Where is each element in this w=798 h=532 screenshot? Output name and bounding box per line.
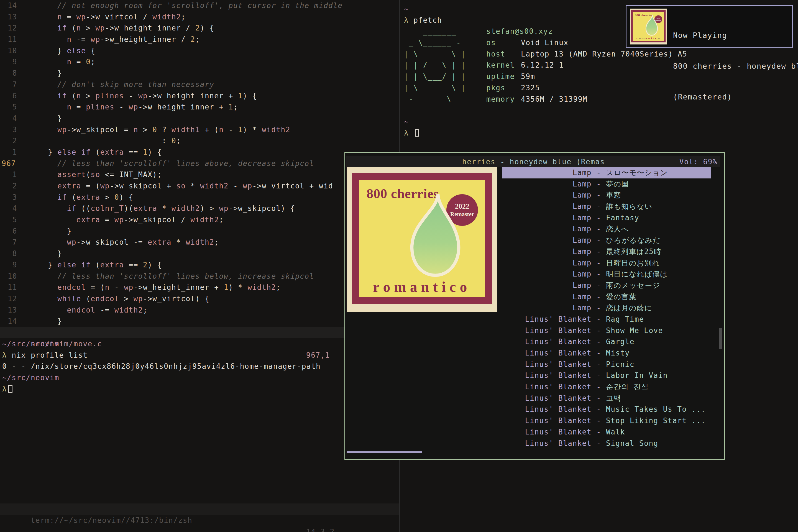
pfetch-ascii-art: -_______\: [404, 94, 486, 105]
playlist-row[interactable]: Lamp-最終列車は25時: [502, 246, 711, 258]
playlist-row[interactable]: Lamp-Fantasy: [502, 212, 711, 224]
code-line[interactable]: 7 wp->w_skipcol -= extra * width2;: [0, 236, 399, 248]
code-line[interactable]: 8 }: [0, 68, 399, 79]
code-line[interactable]: 6 if (n > plines - wp->w_height_inner + …: [0, 90, 399, 102]
playlist-row[interactable]: Linus' Blanket-Picnic: [502, 359, 711, 370]
code-line[interactable]: 10 } else {: [0, 45, 399, 57]
playlist-row[interactable]: Linus' Blanket-Stop Liking Start ...: [502, 415, 711, 426]
line-number: 3: [0, 124, 17, 135]
nvim-statusline-active[interactable]: src/nvim/move.c 967,1: [0, 327, 399, 338]
notification-text: Now Playing 800 cherries - honeydew blue…: [673, 10, 798, 122]
playlist-row[interactable]: Linus' Blanket-Rag Time: [502, 314, 711, 325]
playlist-title: Fantasy: [606, 212, 711, 224]
playlist-separator: -: [592, 201, 606, 212]
now-playing-notification[interactable]: 800 cherries 2022 Remaster romantico Now…: [626, 5, 793, 48]
code-line[interactable]: 3 wp->w_skipcol = n > 0 ? width1 + (n - …: [0, 124, 399, 135]
playlist-row[interactable]: Linus' Blanket-Signal Song: [502, 438, 711, 449]
player-titlebar[interactable]: [Playing] herries - honeydew blue (Remas…: [346, 156, 720, 167]
playlist-artist: Linus' Blanket: [502, 426, 592, 438]
playlist-artist: Linus' Blanket: [502, 359, 592, 370]
code-line[interactable]: 14 }: [0, 316, 399, 327]
pfetch-label: kernel: [486, 60, 521, 71]
code-line[interactable]: 5 extra = wp->w_skipcol / width2;: [0, 214, 399, 226]
playlist-title: Stop Liking Start ...: [606, 415, 711, 426]
playlist-separator: -: [592, 347, 606, 359]
code-line[interactable]: 10 // less than 'scrolloff' lines below,…: [0, 271, 399, 282]
nvim-statusline-inactive[interactable]: term://~/src/neovim//4713:/bin/zsh 14,3-…: [0, 504, 399, 515]
code-line[interactable]: 8 }: [0, 248, 399, 259]
volume-indicator: Vol: 69%: [679, 156, 717, 167]
playlist-title: 恋人へ: [606, 223, 711, 235]
playlist-row[interactable]: Linus' Blanket-Walk: [502, 426, 711, 438]
playlist-title: Walk: [606, 426, 711, 438]
code-line[interactable]: 1 } else if (extra == 1) {: [0, 147, 399, 158]
pfetch-ascii-art: | | \___/ | |: [404, 71, 486, 82]
playlist-row[interactable]: Lamp-明日になれば僕は: [502, 268, 711, 280]
playlist-row[interactable]: Linus' Blanket-Labor In Vain: [502, 370, 711, 381]
playlist-artist: Linus' Blanket: [502, 314, 592, 325]
playlist-title: 車窓: [606, 190, 711, 201]
playlist-row[interactable]: Lamp-誰も知らない: [502, 201, 711, 212]
pfetch-label: stefan@s00.xyz: [486, 26, 521, 37]
playlist-row[interactable]: Linus' Blanket-Show Me Love: [502, 325, 711, 336]
code-line[interactable]: 4 if ((colnr_T)(extra * width2) > wp->w_…: [0, 203, 399, 214]
playlist-row[interactable]: Lamp-スロ〜モ〜ション: [502, 167, 711, 178]
code-line[interactable]: 2 extra = (wp->w_skipcol + so * width2 -…: [0, 180, 399, 192]
pfetch-value: Void Linux: [521, 39, 569, 47]
line-number: 2: [0, 180, 17, 192]
code-line[interactable]: 13 n = wp->w_virtcol / width2;: [0, 11, 399, 23]
playlist-row[interactable]: Lamp-雨のメッセージ: [502, 280, 711, 291]
playlist-separator: -: [592, 280, 606, 291]
line-number: 11: [0, 282, 17, 293]
playlist-row[interactable]: Linus' Blanket-순간의 진실: [502, 381, 711, 393]
code-line[interactable]: 12 if (n > wp->w_height_inner / 2) {: [0, 22, 399, 34]
album-frame: 800 cherries 2022 Remaster: [352, 173, 492, 304]
line-number: 13: [0, 305, 17, 316]
code-line[interactable]: 7 // don't skip more than necessary: [0, 79, 399, 90]
embedded-terminal[interactable]: ~/src/neovimλ nix profile list0 - - /nix…: [0, 338, 399, 395]
playlist-row[interactable]: Lamp-夢の国: [502, 178, 711, 190]
playlist-title: 日曜日のお別れ: [606, 258, 711, 269]
scrollbar-thumb[interactable]: [719, 328, 722, 349]
playlist: Lamp-スロ〜モ〜ションLamp-夢の国Lamp-車窓Lamp-誰も知らないL…: [502, 167, 711, 449]
code-line[interactable]: 3 if (extra > 0) {: [0, 192, 399, 203]
code-line[interactable]: 5 n = plines - wp->w_height_inner + 1;: [0, 101, 399, 113]
progress-bar[interactable]: [347, 451, 422, 453]
line-number: 14: [0, 0, 17, 11]
code-line[interactable]: 13 endcol -= width2;: [0, 305, 399, 316]
code-line[interactable]: 14 // not enough room for 'scrolloff', p…: [0, 0, 399, 11]
playlist-artist: Lamp: [502, 178, 592, 190]
code-line[interactable]: 12 while (endcol > wp->w_virtcol) {: [0, 293, 399, 305]
album-title-text: romantico: [359, 279, 485, 295]
code-line[interactable]: 1 assert(so <= INT_MAX);: [0, 169, 399, 180]
code-line[interactable]: 2 : 0;: [0, 135, 399, 147]
playlist-separator: -: [592, 212, 606, 224]
playlist-row[interactable]: Linus' Blanket-Misty: [502, 347, 711, 359]
code-line[interactable]: 9 } else if (extra == 2) {: [0, 259, 399, 271]
code-line[interactable]: 6 }: [0, 226, 399, 237]
playlist-row[interactable]: Linus' Blanket-고백: [502, 393, 711, 404]
playlist-row[interactable]: Lamp-ひろがるなみだ: [502, 235, 711, 246]
playlist-row[interactable]: Lamp-恋人へ: [502, 223, 711, 235]
code-line[interactable]: 11 n -= wp->w_height_inner / 2;: [0, 34, 399, 45]
playlist-row[interactable]: Lamp-愛の言葉: [502, 291, 711, 303]
playlist-row[interactable]: Linus' Blanket-Gargle: [502, 336, 711, 347]
nvim-editor-pane: 14 // not enough room for 'scrolloff', p…: [0, 0, 399, 532]
playlist-artist: Lamp: [502, 235, 592, 246]
playlist-separator: -: [592, 178, 606, 190]
code-line[interactable]: 9 n = 0;: [0, 56, 399, 68]
pfetch-ascii-art: | | / \ | |: [404, 60, 486, 71]
playlist-separator: -: [592, 291, 606, 303]
album-art-mini: 800 cherries 2022 Remaster romantico: [630, 8, 667, 44]
playlist-artist: Linus' Blanket: [502, 370, 592, 381]
teardrop-icon: [404, 188, 468, 285]
code-line[interactable]: 967 // less than 'scrolloff' lines above…: [0, 158, 399, 169]
playlist-row[interactable]: Lamp-日曜日のお別れ: [502, 258, 711, 269]
playlist-title: Show Me Love: [606, 325, 711, 336]
playlist-row[interactable]: Linus' Blanket-Music Takes Us To ...: [502, 404, 711, 415]
code-buffer[interactable]: 14 // not enough room for 'scrolloff', p…: [0, 0, 399, 327]
playlist-row[interactable]: Lamp-車窓: [502, 190, 711, 201]
code-line[interactable]: 4 }: [0, 113, 399, 124]
playlist-row[interactable]: Lamp-恋は月の蔭に: [502, 302, 711, 314]
code-line[interactable]: 11 endcol = (n - wp->w_height_inner + 1)…: [0, 282, 399, 293]
